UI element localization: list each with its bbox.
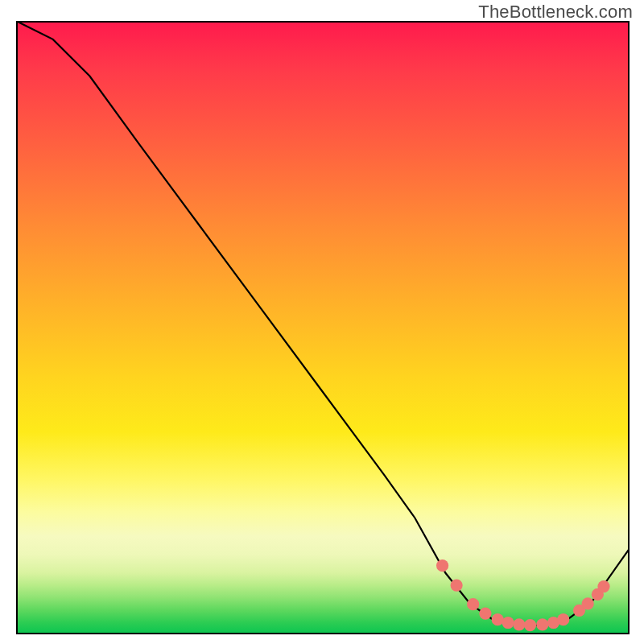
curve-marker — [467, 598, 479, 610]
curve-marker — [436, 559, 448, 572]
plot-area — [16, 21, 630, 634]
curve-marker — [451, 579, 463, 591]
curve-marker — [557, 613, 569, 625]
curve-marker — [492, 613, 504, 625]
curve-marker — [513, 618, 525, 630]
curve-marker — [524, 619, 536, 631]
curve-marker — [536, 618, 548, 630]
watermark-text: TheBottleneck.com — [478, 2, 633, 23]
curve-marker — [479, 607, 491, 619]
bottleneck-curve — [16, 21, 630, 625]
curve-marker — [582, 597, 594, 609]
curve-marker — [502, 617, 514, 629]
chart-container: TheBottleneck.com — [0, 0, 644, 644]
chart-overlay — [16, 21, 630, 634]
curve-marker — [597, 580, 609, 592]
